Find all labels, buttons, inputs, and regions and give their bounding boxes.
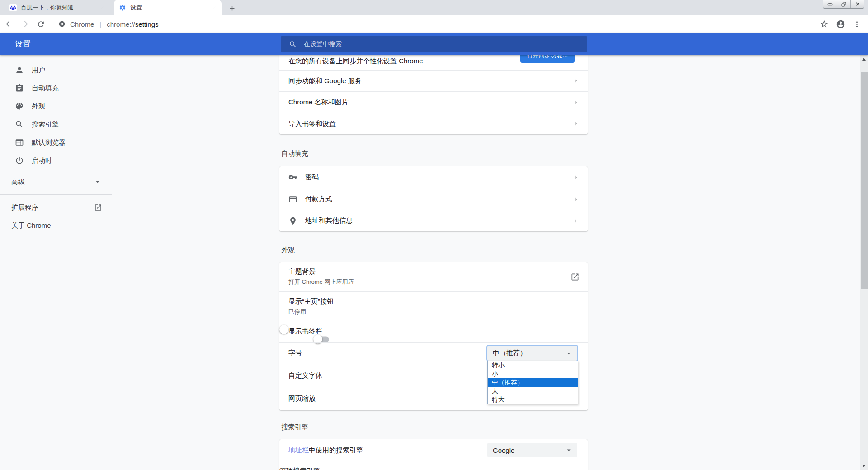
external-link-icon[interactable] xyxy=(571,273,580,282)
scrollbar-down-arrow[interactable] xyxy=(862,465,866,467)
search-engine-select[interactable]: Google xyxy=(487,443,577,457)
sync-banner-text: 在您的所有设备上同步并个性化设置 Chrome xyxy=(288,57,423,66)
appearance-icon xyxy=(15,102,24,111)
row-label: 地址和其他信息 xyxy=(305,216,353,225)
search-engine-heading: 搜索引擎 xyxy=(281,422,308,432)
page-scrollbar[interactable] xyxy=(860,55,868,470)
chrome-name-picture-row[interactable]: Chrome 名称和图片 xyxy=(279,91,588,113)
search-engine-value: Google xyxy=(493,446,514,454)
forward-button[interactable] xyxy=(18,17,32,31)
settings-search-box[interactable]: 在设置中搜索 xyxy=(281,36,587,52)
home-button-state: 已停用 xyxy=(288,308,580,315)
chevron-right-icon xyxy=(572,217,580,225)
sidebar-advanced-toggle[interactable]: 高级 xyxy=(0,173,112,191)
key-icon xyxy=(288,173,297,182)
close-button[interactable] xyxy=(850,0,864,8)
row-label: 管理搜索引擎 xyxy=(279,467,320,470)
sidebar-item-extensions[interactable]: 扩展程序 xyxy=(0,198,112,216)
sync-and-google-services-row[interactable]: 同步功能和 Google 服务 xyxy=(279,70,588,91)
browser-menu-icon[interactable] xyxy=(852,19,862,29)
payment-methods-row[interactable]: 付款方式 xyxy=(279,188,588,210)
sidebar-item-appearance[interactable]: 外观 xyxy=(0,97,112,115)
reload-button[interactable] xyxy=(34,17,47,31)
sidebar-item-people[interactable]: 用户 xyxy=(0,61,112,79)
site-label: Chrome xyxy=(70,20,94,28)
search-icon xyxy=(15,120,24,129)
sidebar-item-autofill[interactable]: 自动填充 xyxy=(0,79,112,97)
bookmark-star-icon[interactable] xyxy=(819,19,829,29)
tab-baidu[interactable]: 百度一下，你就知道 xyxy=(5,0,109,15)
passwords-row[interactable]: 密码 xyxy=(279,166,588,188)
tab-strip: 百度一下，你就知道 设置 xyxy=(0,0,868,15)
tab-title: 百度一下，你就知道 xyxy=(21,4,98,12)
tab-settings[interactable]: 设置 xyxy=(114,0,222,15)
sidebar-item-about[interactable]: 关于 Chrome xyxy=(0,216,112,235)
toolbar-actions xyxy=(819,15,868,33)
font-size-select[interactable]: 中（推荐） xyxy=(487,346,577,361)
search-placeholder: 在设置中搜索 xyxy=(304,40,342,48)
settings-main: 在您的所有设备上同步并个性化设置 Chrome 打开同步功能… 同步功能和 Go… xyxy=(279,55,588,470)
sidebar-item-search-engine[interactable]: 搜索引擎 xyxy=(0,115,112,133)
font-size-value: 中（推荐） xyxy=(493,349,527,357)
theme-subtitle: 打开 Chrome 网上应用店 xyxy=(288,278,580,286)
customize-fonts-label: 自定义字体 xyxy=(288,371,322,380)
font-size-dropdown: 特小 小 中（推荐） 大 特大 xyxy=(487,361,578,404)
url-scheme: chrome:// xyxy=(107,20,135,28)
external-link-icon xyxy=(94,203,102,212)
sidebar-item-label: 自动填充 xyxy=(32,84,59,93)
person-icon xyxy=(15,66,24,75)
turn-on-sync-button[interactable]: 打开同步功能… xyxy=(520,55,575,63)
profile-avatar-icon[interactable] xyxy=(835,19,845,29)
sidebar-item-label: 启动时 xyxy=(32,156,52,165)
settings-gear-favicon xyxy=(119,4,126,11)
show-home-button-row: 显示“主页”按钮 已停用 xyxy=(279,291,588,320)
back-button[interactable] xyxy=(2,17,16,31)
sidebar-item-startup[interactable]: 启动时 xyxy=(0,151,112,169)
dropdown-option[interactable]: 小 xyxy=(488,370,578,378)
import-bookmarks-row[interactable]: 导入书签和设置 xyxy=(279,113,588,134)
tab-close-icon[interactable] xyxy=(98,4,106,12)
url-host: settings xyxy=(135,20,159,28)
search-engine-card: 地址栏中使用的搜索引擎 Google 管理搜索引擎 xyxy=(279,439,588,470)
browser-toolbar: Chrome | chrome://settings xyxy=(0,15,868,33)
address-bar-link[interactable]: 地址栏 xyxy=(288,446,309,454)
new-tab-button[interactable] xyxy=(226,2,238,14)
dropdown-option-selected[interactable]: 中（推荐） xyxy=(488,378,578,387)
sidebar-item-label: 用户 xyxy=(32,66,45,75)
omnibox[interactable]: Chrome | chrome://settings xyxy=(58,20,159,28)
font-size-label: 字号 xyxy=(288,349,302,357)
sidebar-item-default-browser[interactable]: 默认浏览器 xyxy=(0,133,112,151)
chevron-right-icon xyxy=(572,196,580,203)
chevron-right-icon xyxy=(572,99,580,106)
dropdown-option[interactable]: 大 xyxy=(488,387,578,395)
search-engine-row-label: 地址栏中使用的搜索引擎 xyxy=(288,446,363,455)
autofill-heading: 自动填充 xyxy=(281,149,308,159)
dropdown-option[interactable]: 特大 xyxy=(488,395,578,404)
autofill-card: 密码 付款方式 地址和其他信息 xyxy=(279,166,588,231)
tab-close-icon[interactable] xyxy=(210,4,218,12)
appearance-heading: 外观 xyxy=(281,245,295,255)
scrollbar-up-arrow[interactable] xyxy=(862,58,866,61)
bookmarks-bar-toggle[interactable] xyxy=(314,336,329,342)
advanced-label: 高级 xyxy=(11,178,25,186)
autofill-icon xyxy=(15,84,24,93)
sidebar-item-label: 默认浏览器 xyxy=(32,138,66,147)
maximize-button[interactable] xyxy=(837,0,850,8)
show-bookmarks-bar-row: 显示书签栏 xyxy=(279,320,588,342)
extensions-label: 扩展程序 xyxy=(11,203,38,212)
manage-search-engines-row[interactable]: 管理搜索引擎 xyxy=(279,461,588,470)
sync-banner-row: 在您的所有设备上同步并个性化设置 Chrome 打开同步功能… xyxy=(279,55,588,70)
theme-title: 主题背景 xyxy=(288,268,580,276)
settings-header: 设置 在设置中搜索 xyxy=(0,33,868,55)
minimize-button[interactable] xyxy=(823,0,837,8)
addresses-row[interactable]: 地址和其他信息 xyxy=(279,210,588,231)
sidebar-divider xyxy=(0,194,112,195)
dropdown-option[interactable]: 特小 xyxy=(488,361,578,370)
scrollbar-thumb[interactable] xyxy=(861,72,868,289)
theme-row[interactable]: 主题背景 打开 Chrome 网上应用店 xyxy=(279,262,588,291)
chevron-down-icon xyxy=(93,177,102,186)
caret-down-icon xyxy=(565,349,573,357)
card-icon xyxy=(288,195,297,204)
baidu-favicon xyxy=(9,4,17,11)
sidebar-item-label: 外观 xyxy=(32,102,45,111)
